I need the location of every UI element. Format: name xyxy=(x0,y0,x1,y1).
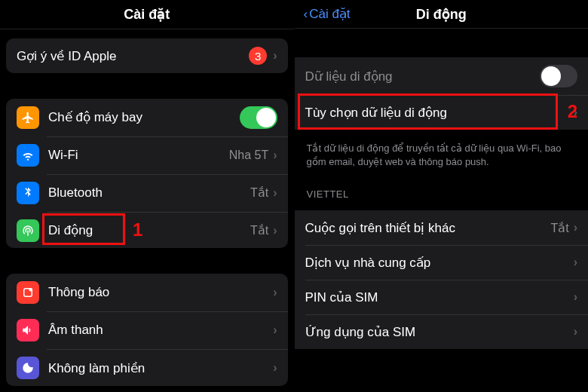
bluetooth-detail: Tắt xyxy=(250,185,268,200)
spacer xyxy=(295,29,589,51)
chevron-right-icon: › xyxy=(574,256,577,269)
cellular-icon xyxy=(17,219,39,242)
cellular-options-label: Tùy chọn dữ liệu di động xyxy=(305,105,574,121)
notifications-row[interactable]: Thông báo › xyxy=(6,274,288,311)
carrier-section: Cuộc gọi trên thiết bị khác Tắt › Dịch v… xyxy=(295,210,589,349)
chevron-right-icon: › xyxy=(574,221,577,234)
bluetooth-icon xyxy=(17,182,39,204)
dnd-label: Không làm phiền xyxy=(48,360,273,376)
moon-icon xyxy=(17,357,39,379)
chevron-right-icon: › xyxy=(273,361,277,375)
chevron-right-icon: › xyxy=(273,286,277,299)
sounds-row[interactable]: Âm thanh › xyxy=(6,311,288,349)
sim-apps-row[interactable]: Ứng dụng của SIM › xyxy=(295,314,589,349)
chevron-right-icon: › xyxy=(273,224,277,237)
carrier-services-row[interactable]: Dịch vụ nhà cung cấp › xyxy=(295,245,589,280)
svg-point-1 xyxy=(29,288,33,292)
spacer xyxy=(0,79,294,93)
carrier-header: VIETTEL xyxy=(295,178,589,204)
chevron-right-icon: › xyxy=(273,49,277,63)
chevron-left-icon: ‹ xyxy=(304,7,308,22)
cellular-data-section: Dữ liệu di động Tùy chọn dữ liệu di động… xyxy=(295,57,589,130)
apple-id-badge: 3 xyxy=(249,47,267,65)
sounds-icon xyxy=(17,319,39,341)
airplane-toggle[interactable] xyxy=(240,106,277,129)
bluetooth-label: Bluetooth xyxy=(48,185,250,201)
annotation-number-1: 1 xyxy=(133,219,142,240)
connectivity-section: Chế độ máy bay Wi-Fi Nha 5T › Bluetooth … xyxy=(6,99,288,249)
bluetooth-row[interactable]: Bluetooth Tắt › xyxy=(6,174,288,212)
row-label: Dịch vụ nhà cung cấp xyxy=(305,255,574,271)
row-detail: Tắt xyxy=(550,221,568,235)
page-title: Di động xyxy=(416,6,467,23)
chevron-right-icon: › xyxy=(574,325,577,338)
wifi-label: Wi-Fi xyxy=(48,148,229,163)
annotation-number-2: 2 xyxy=(568,101,577,122)
page-title: Cài đặt xyxy=(0,0,294,29)
sounds-label: Âm thanh xyxy=(48,323,273,338)
cellular-options-row[interactable]: Tùy chọn dữ liệu di động › 2 xyxy=(295,95,589,130)
calls-other-devices-row[interactable]: Cuộc gọi trên thiết bị khác Tắt › xyxy=(295,210,589,245)
cellular-data-toggle[interactable] xyxy=(540,65,577,87)
airplane-icon xyxy=(17,106,39,129)
cellular-data-row[interactable]: Dữ liệu di động xyxy=(295,57,589,95)
chevron-right-icon: › xyxy=(574,290,577,304)
dnd-row[interactable]: Không làm phiền › xyxy=(6,349,288,386)
notifications-label: Thông báo xyxy=(48,285,273,300)
cellular-detail: Tắt xyxy=(250,223,268,237)
cellular-info-text: Tắt dữ liệu di động để truyền tất cả dữ … xyxy=(295,136,589,178)
wifi-row[interactable]: Wi-Fi Nha 5T › xyxy=(6,136,288,174)
row-label: Ứng dụng của SIM xyxy=(305,324,574,340)
settings-main-pane: Cài đặt Gợi ý về ID Apple 3 › Chế độ máy… xyxy=(0,0,294,392)
cellular-detail-pane: ‹ Cài đặt Di động Dữ liệu di động Tùy ch… xyxy=(294,0,589,392)
notifications-section: Thông báo › Âm thanh › Không làm phiền › xyxy=(6,274,288,386)
back-label: Cài đặt xyxy=(309,6,350,22)
row-label: PIN của SIM xyxy=(305,289,574,305)
spacer xyxy=(0,254,294,268)
cellular-data-label: Dữ liệu di động xyxy=(305,69,541,84)
apple-id-label: Gợi ý về ID Apple xyxy=(17,48,249,64)
detail-header: ‹ Cài đặt Di động xyxy=(295,0,589,29)
cellular-row[interactable]: Di động Tắt › 1 xyxy=(6,212,288,249)
apple-id-row[interactable]: Gợi ý về ID Apple 3 › xyxy=(6,38,288,73)
apple-id-section: Gợi ý về ID Apple 3 › xyxy=(6,38,288,73)
notifications-icon xyxy=(17,281,39,304)
wifi-detail: Nha 5T xyxy=(229,149,268,162)
cellular-label: Di động xyxy=(48,222,250,238)
chevron-right-icon: › xyxy=(273,149,277,162)
airplane-mode-row[interactable]: Chế độ máy bay xyxy=(6,99,288,136)
wifi-icon xyxy=(17,144,39,167)
chevron-right-icon: › xyxy=(273,323,277,337)
airplane-label: Chế độ máy bay xyxy=(48,109,240,125)
row-label: Cuộc gọi trên thiết bị khác xyxy=(305,220,551,236)
sim-pin-row[interactable]: PIN của SIM › xyxy=(295,280,589,314)
chevron-right-icon: › xyxy=(273,186,277,200)
back-button[interactable]: ‹ Cài đặt xyxy=(304,6,351,22)
